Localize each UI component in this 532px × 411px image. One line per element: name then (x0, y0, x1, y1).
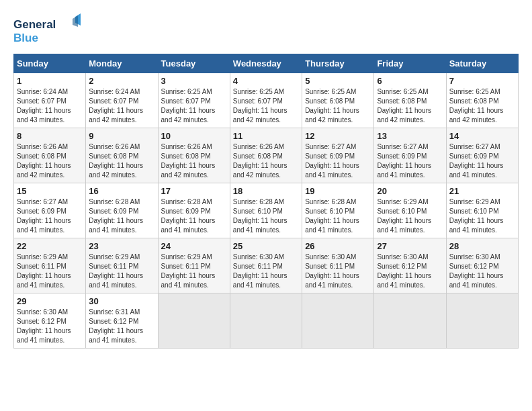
day-number: 4 (233, 76, 299, 86)
logo: General Blue (13, 13, 81, 47)
day-info: Sunrise: 6:30 AM Sunset: 6:11 PM Dayligh… (305, 253, 371, 290)
day-number: 16 (89, 186, 154, 196)
svg-text:General: General (13, 18, 56, 31)
day-info: Sunrise: 6:25 AM Sunset: 6:08 PM Dayligh… (305, 87, 371, 125)
day-number: 10 (161, 131, 227, 141)
day-number: 25 (233, 241, 299, 251)
day-number: 8 (17, 131, 83, 141)
calendar-cell: 8Sunrise: 6:26 AM Sunset: 6:08 PM Daylig… (14, 128, 86, 183)
calendar-cell: 3Sunrise: 6:25 AM Sunset: 6:07 PM Daylig… (158, 73, 230, 128)
day-number: 22 (17, 241, 83, 251)
column-header-wednesday: Wednesday (230, 54, 302, 73)
calendar-cell: 10Sunrise: 6:26 AM Sunset: 6:08 PM Dayli… (158, 128, 230, 183)
column-header-monday: Monday (86, 54, 158, 73)
day-info: Sunrise: 6:28 AM Sunset: 6:10 PM Dayligh… (233, 197, 299, 235)
day-info: Sunrise: 6:28 AM Sunset: 6:10 PM Dayligh… (305, 197, 371, 235)
calendar-cell: 24Sunrise: 6:29 AM Sunset: 6:11 PM Dayli… (158, 238, 230, 293)
day-info: Sunrise: 6:27 AM Sunset: 6:09 PM Dayligh… (305, 142, 371, 180)
day-info: Sunrise: 6:26 AM Sunset: 6:08 PM Dayligh… (161, 142, 227, 180)
calendar-week-row: 15Sunrise: 6:27 AM Sunset: 6:09 PM Dayli… (14, 183, 519, 238)
calendar-cell: 15Sunrise: 6:27 AM Sunset: 6:09 PM Dayli… (14, 183, 86, 238)
calendar-cell: 19Sunrise: 6:28 AM Sunset: 6:10 PM Dayli… (302, 183, 374, 238)
day-number: 27 (377, 241, 443, 251)
day-info: Sunrise: 6:29 AM Sunset: 6:11 PM Dayligh… (89, 253, 154, 290)
day-info: Sunrise: 6:27 AM Sunset: 6:09 PM Dayligh… (377, 142, 443, 180)
calendar-cell: 6Sunrise: 6:25 AM Sunset: 6:08 PM Daylig… (374, 73, 446, 128)
calendar-cell: 14Sunrise: 6:27 AM Sunset: 6:09 PM Dayli… (446, 128, 518, 183)
day-info: Sunrise: 6:25 AM Sunset: 6:07 PM Dayligh… (233, 87, 299, 125)
calendar-cell: 28Sunrise: 6:30 AM Sunset: 6:12 PM Dayli… (446, 238, 518, 293)
day-number: 13 (377, 131, 443, 141)
calendar-week-row: 1Sunrise: 6:24 AM Sunset: 6:07 PM Daylig… (14, 73, 519, 128)
calendar-cell: 18Sunrise: 6:28 AM Sunset: 6:10 PM Dayli… (230, 183, 302, 238)
day-info: Sunrise: 6:30 AM Sunset: 6:12 PM Dayligh… (17, 308, 83, 345)
calendar-header-row: SundayMondayTuesdayWednesdayThursdayFrid… (14, 54, 519, 73)
calendar-cell: 5Sunrise: 6:25 AM Sunset: 6:08 PM Daylig… (302, 73, 374, 128)
logo-icon: General Blue (13, 13, 81, 47)
calendar-cell: 13Sunrise: 6:27 AM Sunset: 6:09 PM Dayli… (374, 128, 446, 183)
day-info: Sunrise: 6:28 AM Sunset: 6:09 PM Dayligh… (89, 197, 154, 235)
calendar-cell: 30Sunrise: 6:31 AM Sunset: 6:12 PM Dayli… (86, 293, 158, 349)
day-info: Sunrise: 6:24 AM Sunset: 6:07 PM Dayligh… (17, 87, 83, 125)
day-number: 7 (449, 76, 515, 86)
day-info: Sunrise: 6:31 AM Sunset: 6:12 PM Dayligh… (89, 308, 154, 345)
day-info: Sunrise: 6:29 AM Sunset: 6:11 PM Dayligh… (161, 253, 227, 290)
day-number: 19 (305, 186, 371, 196)
calendar-cell: 27Sunrise: 6:30 AM Sunset: 6:12 PM Dayli… (374, 238, 446, 293)
day-info: Sunrise: 6:30 AM Sunset: 6:11 PM Dayligh… (233, 253, 299, 290)
day-number: 23 (89, 241, 154, 251)
day-info: Sunrise: 6:30 AM Sunset: 6:12 PM Dayligh… (377, 253, 443, 290)
day-info: Sunrise: 6:29 AM Sunset: 6:10 PM Dayligh… (449, 197, 515, 235)
svg-text:Blue: Blue (13, 32, 38, 44)
calendar-week-row: 29Sunrise: 6:30 AM Sunset: 6:12 PM Dayli… (14, 293, 519, 349)
day-info: Sunrise: 6:26 AM Sunset: 6:08 PM Dayligh… (17, 142, 83, 180)
calendar-cell: 12Sunrise: 6:27 AM Sunset: 6:09 PM Dayli… (302, 128, 374, 183)
calendar-cell: 17Sunrise: 6:28 AM Sunset: 6:09 PM Dayli… (158, 183, 230, 238)
day-info: Sunrise: 6:25 AM Sunset: 6:08 PM Dayligh… (449, 87, 515, 125)
svg-marker-3 (73, 15, 78, 27)
calendar-cell: 16Sunrise: 6:28 AM Sunset: 6:09 PM Dayli… (86, 183, 158, 238)
calendar-cell: 4Sunrise: 6:25 AM Sunset: 6:07 PM Daylig… (230, 73, 302, 128)
day-number: 12 (305, 131, 371, 141)
day-number: 9 (89, 131, 154, 141)
day-number: 29 (17, 296, 83, 306)
column-header-saturday: Saturday (446, 54, 518, 73)
calendar-cell: 22Sunrise: 6:29 AM Sunset: 6:11 PM Dayli… (14, 238, 86, 293)
day-number: 26 (305, 241, 371, 251)
calendar-cell: 1Sunrise: 6:24 AM Sunset: 6:07 PM Daylig… (14, 73, 86, 128)
day-info: Sunrise: 6:25 AM Sunset: 6:07 PM Dayligh… (161, 87, 227, 125)
day-number: 24 (161, 241, 227, 251)
calendar-cell (302, 293, 374, 349)
column-header-thursday: Thursday (302, 54, 374, 73)
column-header-tuesday: Tuesday (158, 54, 230, 73)
day-info: Sunrise: 6:25 AM Sunset: 6:08 PM Dayligh… (377, 87, 443, 125)
day-info: Sunrise: 6:30 AM Sunset: 6:12 PM Dayligh… (449, 253, 515, 290)
calendar-cell (374, 293, 446, 349)
day-number: 21 (449, 186, 515, 196)
day-info: Sunrise: 6:24 AM Sunset: 6:07 PM Dayligh… (89, 87, 154, 125)
day-number: 15 (17, 186, 83, 196)
day-info: Sunrise: 6:27 AM Sunset: 6:09 PM Dayligh… (17, 197, 83, 235)
calendar-week-row: 22Sunrise: 6:29 AM Sunset: 6:11 PM Dayli… (14, 238, 519, 293)
day-number: 11 (233, 131, 299, 141)
day-number: 17 (161, 186, 227, 196)
day-number: 2 (89, 76, 154, 86)
calendar-cell (446, 293, 518, 349)
calendar-cell: 21Sunrise: 6:29 AM Sunset: 6:10 PM Dayli… (446, 183, 518, 238)
column-header-friday: Friday (374, 54, 446, 73)
day-number: 6 (377, 76, 443, 86)
calendar-cell: 20Sunrise: 6:29 AM Sunset: 6:10 PM Dayli… (374, 183, 446, 238)
header: General Blue (13, 13, 519, 47)
calendar-table: SundayMondayTuesdayWednesdayThursdayFrid… (13, 54, 519, 349)
column-header-sunday: Sunday (14, 54, 86, 73)
calendar-cell: 26Sunrise: 6:30 AM Sunset: 6:11 PM Dayli… (302, 238, 374, 293)
calendar-cell: 7Sunrise: 6:25 AM Sunset: 6:08 PM Daylig… (446, 73, 518, 128)
day-number: 28 (449, 241, 515, 251)
day-info: Sunrise: 6:26 AM Sunset: 6:08 PM Dayligh… (89, 142, 154, 180)
day-number: 30 (89, 296, 154, 306)
calendar-cell: 11Sunrise: 6:26 AM Sunset: 6:08 PM Dayli… (230, 128, 302, 183)
calendar-cell: 29Sunrise: 6:30 AM Sunset: 6:12 PM Dayli… (14, 293, 86, 349)
day-info: Sunrise: 6:29 AM Sunset: 6:11 PM Dayligh… (17, 253, 83, 290)
calendar-cell: 9Sunrise: 6:26 AM Sunset: 6:08 PM Daylig… (86, 128, 158, 183)
day-info: Sunrise: 6:28 AM Sunset: 6:09 PM Dayligh… (161, 197, 227, 235)
